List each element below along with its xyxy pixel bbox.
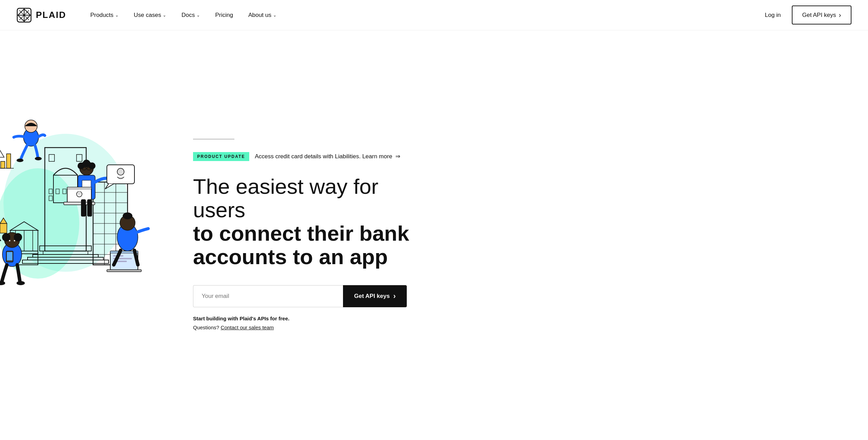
svg-point-41 (35, 157, 42, 160)
svg-point-68 (0, 281, 5, 285)
hero-illustration (0, 30, 165, 440)
nav-pricing[interactable]: Pricing (208, 0, 241, 30)
logo-link[interactable]: PLAID (17, 8, 66, 23)
hero-email-form: Get API keys › (193, 285, 407, 307)
svg-point-40 (17, 159, 23, 162)
svg-rect-58 (81, 199, 86, 217)
hero-badge-row: PRODUCT UPDATE Access credit card detail… (193, 152, 427, 161)
login-link[interactable]: Log in (762, 12, 784, 19)
chevron-down-icon: ⌄ (115, 13, 119, 18)
hero-section: PRODUCT UPDATE Access credit card detail… (0, 30, 868, 440)
svg-point-64 (9, 240, 10, 241)
hero-rule-divider (193, 139, 234, 140)
nav-get-api-keys-button[interactable]: Get API keys › (792, 6, 851, 24)
svg-point-63 (14, 233, 22, 241)
svg-point-57 (117, 168, 124, 175)
nav-use-cases[interactable]: Use cases ⌄ (126, 0, 174, 30)
svg-rect-81 (7, 154, 11, 168)
plaid-logo-icon (17, 8, 32, 23)
svg-point-55 (78, 191, 81, 195)
svg-point-72 (123, 212, 132, 219)
chevron-right-icon: › (839, 11, 841, 19)
svg-rect-78 (107, 270, 141, 272)
get-api-keys-submit-button[interactable]: Get API keys › (343, 285, 407, 307)
chevron-down-icon: ⌄ (196, 13, 200, 18)
chevron-down-icon: ⌄ (273, 13, 276, 18)
hero-footer-text: Start building with Plaid's APIs for fre… (193, 314, 427, 332)
nav-links: Products ⌄ Use cases ⌄ Docs ⌄ Pricing Ab… (83, 0, 762, 30)
hero-headline: The easiest way for users to connect the… (193, 175, 427, 269)
nav-about[interactable]: About us ⌄ (241, 0, 284, 30)
svg-rect-80 (1, 161, 5, 168)
svg-rect-52 (67, 187, 91, 189)
svg-point-62 (2, 233, 10, 241)
svg-rect-35 (0, 223, 7, 233)
chevron-down-icon: ⌄ (163, 13, 166, 18)
contact-sales-link[interactable]: Contact our sales team (221, 324, 274, 330)
svg-marker-83 (0, 150, 4, 157)
nav-right-actions: Log in Get API keys › (762, 6, 851, 24)
svg-rect-50 (82, 180, 91, 187)
nav-products[interactable]: Products ⌄ (83, 0, 126, 30)
chevron-right-icon: › (393, 292, 396, 301)
svg-point-46 (89, 162, 95, 169)
product-update-badge: PRODUCT UPDATE (193, 152, 249, 161)
email-input[interactable] (193, 285, 343, 307)
nav-docs[interactable]: Docs ⌄ (174, 0, 208, 30)
logo-text: PLAID (36, 10, 66, 20)
hero-content: PRODUCT UPDATE Access credit card detail… (165, 30, 462, 440)
svg-rect-59 (87, 199, 92, 217)
svg-rect-67 (7, 252, 12, 260)
svg-point-65 (14, 240, 15, 241)
svg-point-69 (17, 281, 25, 285)
main-nav: PLAID Products ⌄ Use cases ⌄ Docs ⌄ Pric… (0, 0, 868, 30)
hero-badge-description: Access credit card details with Liabilit… (255, 153, 400, 160)
double-arrow-icon: ⇒ (395, 153, 400, 160)
